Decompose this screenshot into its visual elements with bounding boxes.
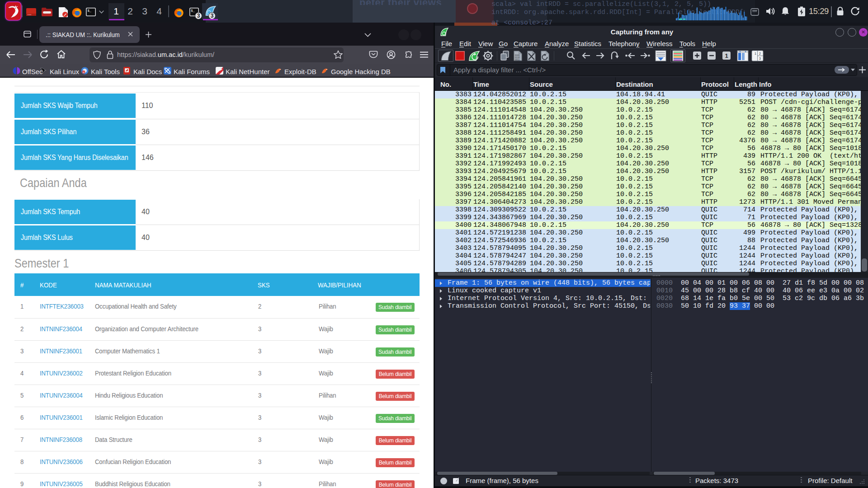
svg-text:2: 2: [759, 52, 761, 55]
svg-text:1: 1: [755, 52, 756, 55]
svg-text:3: 3: [759, 57, 761, 60]
svg-text:$_: $_: [88, 9, 92, 13]
svg-text:0011: 0011: [515, 59, 520, 61]
svg-text:π: π: [83, 71, 85, 74]
svg-text:1: 1: [725, 52, 728, 59]
svg-text:$_: $_: [191, 9, 195, 13]
